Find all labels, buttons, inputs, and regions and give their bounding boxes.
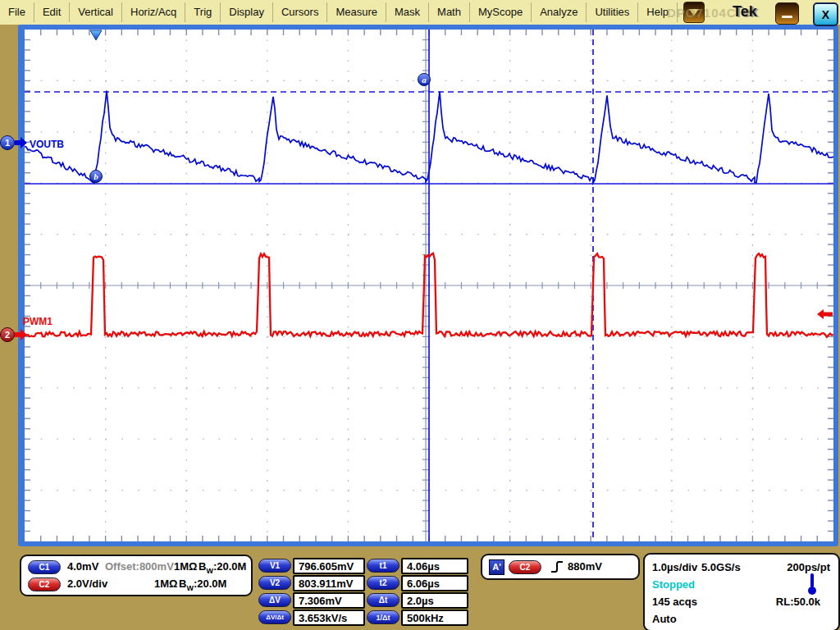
c1-scale[interactable]: 4.0mV: [67, 560, 98, 573]
cursor-value-t: 2.0µs: [401, 592, 468, 609]
cursor-label-t: Δt: [367, 593, 399, 607]
trigger-mode: Auto: [652, 613, 677, 625]
menu-trig[interactable]: Trig: [185, 2, 221, 22]
menu-myscope[interactable]: MyScope: [470, 2, 532, 22]
c2-bandwidth: BW:20.0M: [179, 578, 226, 592]
menu-bar: FileEditVerticalHoriz/AcqTrigDisplayCurs…: [0, 0, 840, 25]
cursor-label-V1: V1: [258, 559, 291, 573]
rising-edge-icon: [550, 559, 564, 575]
menu-file[interactable]: File: [0, 2, 34, 22]
svg-text:b: b: [94, 171, 98, 181]
acquisition-count: 145 acqs: [652, 596, 697, 608]
menu-items: FileEditVerticalHoriz/AcqTrigDisplayCurs…: [0, 2, 678, 22]
menu-vertical[interactable]: Vertical: [70, 2, 122, 22]
cursor-label-Vt: ΔV/Δt: [258, 610, 291, 624]
svg-text:1: 1: [5, 138, 10, 148]
menu-display[interactable]: Display: [221, 2, 273, 22]
trigger-a-badge: A': [489, 559, 504, 575]
scope-display: 1 2 VOUTBPWM1 a b: [0, 25, 840, 548]
cursor-value-V2: 803.911mV: [293, 575, 365, 591]
acquisition-status: Stopped: [652, 578, 695, 591]
menu-mask[interactable]: Mask: [386, 2, 429, 22]
timebase-box: 1.0µs/div 5.0GS/s 200ps/pt Stopped 145 a…: [643, 553, 840, 630]
record-length: RL:50.0k: [776, 596, 820, 608]
minimize-button[interactable]: [775, 2, 799, 25]
c1-bandwidth: BW:20.0M: [199, 560, 246, 575]
cursor-value-t2: 6.06µs: [401, 575, 468, 591]
cursor-value-t1: 4.06µs: [401, 558, 468, 574]
tek-logo: Tek: [733, 3, 757, 21]
menu-edit[interactable]: Edit: [34, 2, 70, 22]
readout-bar: C1 4.0mV Offset:800mV 1MΩ BW:20.0M C2 2.…: [0, 548, 840, 630]
channel1-badge[interactable]: C1: [28, 560, 61, 574]
cursor-label-t1: t1: [367, 559, 399, 573]
menu-math[interactable]: Math: [429, 2, 470, 22]
resolution: 200ps/pt: [787, 561, 830, 573]
menu-utilities[interactable]: Utilities: [587, 2, 638, 22]
menu-horizacq[interactable]: Horiz/Acq: [122, 2, 185, 22]
trigger-source-badge: C2: [509, 560, 541, 574]
trigger-level: 880mV: [568, 560, 602, 573]
minimize-icon: [782, 16, 792, 18]
trigger-readout-box: A' C2 880mV: [481, 554, 640, 580]
cursor-value-V: 7.306mV: [293, 592, 365, 609]
cursor-label-t2: t2: [367, 576, 399, 590]
c2-scale[interactable]: 2.0V/div: [67, 578, 107, 590]
cursor-value-1t: 500kHz: [401, 609, 468, 626]
ch1-label: VOUTB: [30, 139, 64, 150]
cursor-value-V1: 796.605mV: [293, 558, 365, 574]
c1-impedance: 1MΩ: [174, 560, 197, 573]
thermometer-icon: [807, 573, 817, 596]
sample-rate: 5.0GS/s: [701, 561, 741, 573]
cursor-label-1t: 1/Δt: [367, 610, 399, 624]
close-button[interactable]: X: [813, 2, 838, 26]
channel2-badge[interactable]: C2: [28, 578, 61, 591]
timebase-scale[interactable]: 1.0µs/div: [652, 561, 697, 573]
c2-impedance: 1MΩ: [154, 578, 177, 590]
menu-cursors[interactable]: Cursors: [273, 2, 328, 22]
c1-offset: Offset:800mV: [105, 560, 174, 573]
menu-analyze[interactable]: Analyze: [532, 2, 587, 22]
cursor-label-V2: V2: [258, 576, 291, 590]
svg-text:2: 2: [5, 330, 10, 340]
menu-measure[interactable]: Measure: [327, 2, 386, 22]
ch2-label: PWM1: [23, 316, 52, 327]
svg-text:a: a: [422, 75, 427, 84]
cursor-label-V: ΔV: [258, 593, 291, 607]
cursor-value-Vt: 3.653kV/s: [293, 609, 365, 626]
channel-settings-box: C1 4.0mV Offset:800mV 1MΩ BW:20.0M C2 2.…: [20, 555, 253, 596]
model-label: DPO7104C: [667, 6, 737, 20]
